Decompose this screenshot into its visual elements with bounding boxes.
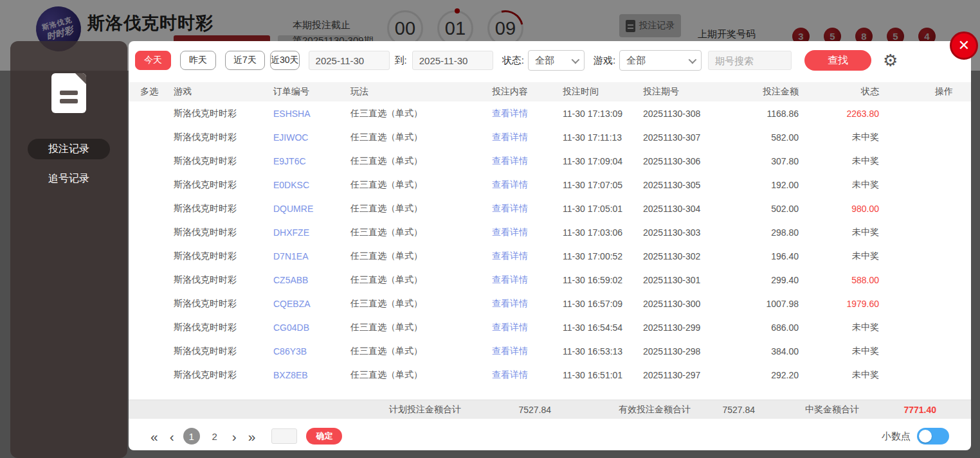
table-row: 斯洛伐克时时彩 CG04DB 任三直选（单式） 查看详情 11-30 16:54…	[129, 315, 971, 339]
game-cell: 斯洛伐克时时彩	[162, 268, 262, 292]
sidebar-item-label: 追号记录	[48, 172, 89, 186]
next-page-button[interactable]: ›	[232, 430, 237, 443]
actions-cell	[879, 149, 971, 173]
order-id-link[interactable]: DHXFZE	[273, 227, 309, 238]
multiselect-cell	[129, 268, 162, 292]
multiselect-cell	[129, 220, 162, 244]
bet-amount-cell: 384.00	[728, 339, 799, 363]
bet-amount-cell: 502.00	[728, 197, 799, 220]
status-cell: 未中奖	[799, 149, 879, 173]
game-cell: 斯洛伐克时时彩	[162, 363, 262, 387]
view-details-link[interactable]: 查看详情	[492, 108, 528, 118]
view-details-link[interactable]: 查看详情	[492, 251, 528, 261]
valid-total-label: 有效投注金额合计	[619, 404, 691, 416]
quick-filter-button[interactable]: 今天	[135, 51, 171, 70]
game-cell: 斯洛伐克时时彩	[162, 292, 262, 315]
bet-content-cell: 查看详情	[480, 173, 551, 197]
view-details-link[interactable]: 查看详情	[492, 346, 528, 356]
prev-page-button[interactable]: ‹	[170, 430, 174, 443]
bet-content-cell: 查看详情	[480, 125, 551, 149]
goto-page-input[interactable]	[271, 428, 297, 444]
view-details-link[interactable]: 查看详情	[492, 298, 528, 308]
view-details-link[interactable]: 查看详情	[492, 274, 528, 285]
period-search-input[interactable]	[708, 51, 792, 70]
game-select[interactable]: 全部	[619, 50, 702, 71]
valid-total-value: 7527.84	[691, 405, 755, 415]
view-details-link[interactable]: 查看详情	[492, 179, 528, 189]
search-button[interactable]: 查找	[804, 50, 871, 71]
first-page-button[interactable]: «	[150, 430, 158, 443]
game-cell: 斯洛伐克时时彩	[162, 315, 262, 339]
close-modal-button[interactable]: ✕	[950, 31, 978, 60]
bet-content-cell: 查看详情	[480, 268, 551, 292]
last-page-button[interactable]: »	[248, 430, 256, 443]
bet-time-cell: 11-30 17:05:01	[551, 197, 631, 220]
gear-icon[interactable]: ⚙	[883, 52, 898, 69]
sidebar-item[interactable]: 追号记录	[28, 168, 110, 189]
bet-records-table: 多选 游戏 订单编号 玩法 投注内容 投注时间 投注期号 投注金额 状态 操作 …	[129, 82, 971, 387]
order-id-link[interactable]: CZ5ABB	[273, 275, 308, 285]
actions-cell	[879, 292, 971, 315]
order-id-link[interactable]: D7N1EA	[273, 251, 308, 261]
sidebar-item[interactable]: 投注记录	[28, 139, 110, 159]
table-row: 斯洛伐克时时彩 CQEBZA 任三直选（单式） 查看详情 11-30 16:57…	[129, 292, 971, 315]
actions-cell	[879, 220, 971, 244]
win-total-value: 7771.40	[859, 405, 936, 415]
confirm-page-button[interactable]: 确定	[306, 428, 342, 445]
play-type-cell: 任三直选（单式）	[339, 101, 480, 125]
view-details-link[interactable]: 查看详情	[492, 369, 528, 380]
order-id-link[interactable]: EJIWOC	[273, 132, 308, 143]
date-to-input[interactable]	[412, 51, 493, 70]
table-row: 斯洛伐克时时彩 ESHSHA 任三直选（单式） 查看详情 11-30 17:13…	[129, 101, 971, 125]
bet-period-cell: 20251130-308	[631, 101, 728, 125]
view-details-link[interactable]: 查看详情	[492, 155, 528, 166]
bet-time-cell: 11-30 17:09:04	[551, 149, 631, 173]
quick-filter-button[interactable]: 近7天	[225, 51, 265, 70]
order-id-cell: CQEBZA	[262, 292, 339, 315]
play-type-cell: 任三直选（单式）	[339, 173, 480, 197]
order-id-link[interactable]: C86Y3B	[273, 346, 307, 357]
order-id-link[interactable]: CG04DB	[273, 322, 309, 333]
status-cell: 未中奖	[799, 339, 879, 363]
status-cell: 未中奖	[799, 125, 879, 149]
win-total-label: 中奖金额合计	[805, 404, 859, 416]
view-details-link[interactable]: 查看详情	[492, 132, 528, 142]
chevron-down-icon	[689, 55, 697, 64]
play-type-cell: 任三直选（单式）	[339, 339, 480, 363]
order-id-link[interactable]: CQEBZA	[273, 299, 311, 309]
bet-period-cell: 20251130-297	[631, 363, 728, 387]
multiselect-cell	[129, 149, 162, 173]
page-number-button[interactable]: 2	[206, 428, 223, 445]
bet-content-cell: 查看详情	[480, 149, 551, 173]
col-bet-period: 投注期号	[631, 82, 728, 101]
view-details-link[interactable]: 查看详情	[492, 203, 528, 213]
bet-time-cell: 11-30 17:07:05	[551, 173, 631, 197]
bet-period-cell: 20251130-306	[631, 149, 728, 173]
bet-amount-cell: 192.00	[728, 173, 799, 197]
date-from-input[interactable]	[309, 51, 390, 70]
quick-filter-button[interactable]: 近30天	[270, 51, 300, 70]
order-id-link[interactable]: DQUMRE	[273, 204, 313, 214]
page-number-button[interactable]: 1	[183, 428, 200, 445]
status-select-value: 全部	[535, 55, 554, 67]
col-bet-amount: 投注金额	[728, 82, 799, 101]
table-row: 斯洛伐克时时彩 DQUMRE 任三直选（单式） 查看详情 11-30 17:05…	[129, 197, 971, 220]
bet-content-cell: 查看详情	[480, 101, 551, 125]
order-id-link[interactable]: E0DKSC	[273, 180, 309, 190]
order-id-link[interactable]: BXZ8EB	[273, 370, 308, 380]
quick-filter-button[interactable]: 昨天	[180, 51, 216, 70]
status-select[interactable]: 全部	[528, 50, 585, 71]
order-id-link[interactable]: E9JT6C	[273, 156, 306, 166]
bet-content-cell: 查看详情	[480, 220, 551, 244]
multiselect-cell	[129, 125, 162, 149]
bet-amount-cell: 299.40	[728, 268, 799, 292]
bet-period-cell: 20251130-300	[631, 292, 728, 315]
multiselect-cell	[129, 315, 162, 339]
decimal-toggle-switch[interactable]	[917, 428, 949, 445]
order-id-cell: BXZ8EB	[262, 363, 339, 387]
view-details-link[interactable]: 查看详情	[492, 227, 528, 237]
col-actions: 操作	[879, 82, 971, 101]
view-details-link[interactable]: 查看详情	[492, 322, 528, 332]
play-type-cell: 任三直选（单式）	[339, 268, 480, 292]
order-id-link[interactable]: ESHSHA	[273, 109, 311, 119]
